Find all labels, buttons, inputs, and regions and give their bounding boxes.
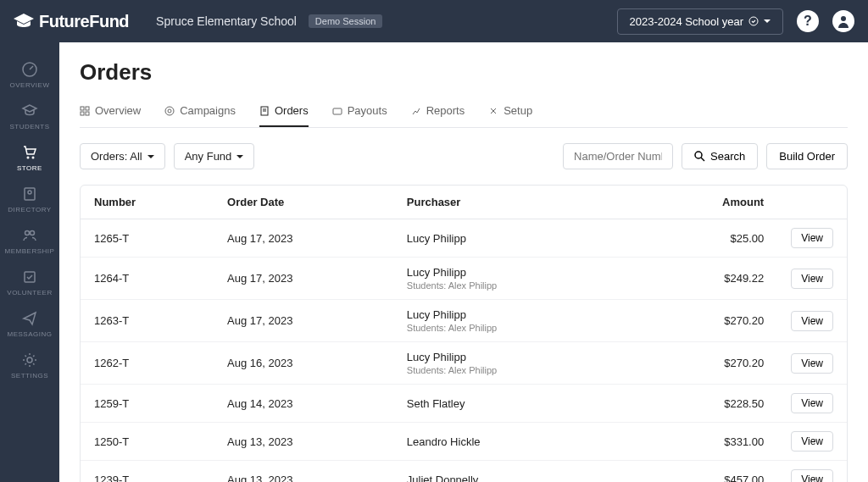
cell-amount: $270.20 bbox=[644, 300, 777, 342]
purchaser-name: Lucy Philipp bbox=[407, 351, 631, 363]
purchaser-name: Lucy Philipp bbox=[407, 266, 631, 279]
table-row: 1250-T Aug 13, 2023 Leandro Hickle $331.… bbox=[81, 423, 847, 461]
cell-purchaser: Juliet Donnelly bbox=[393, 461, 644, 483]
sidebar-item-membership[interactable]: MEMBERSHIP bbox=[0, 219, 59, 260]
sidebar-item-store[interactable]: STORE bbox=[0, 136, 59, 177]
sidebar-item-label: STORE bbox=[17, 164, 42, 172]
cell-number: 1263-T bbox=[81, 300, 214, 342]
cell-purchaser: Lucy PhilippStudents: Alex Philipp bbox=[393, 300, 644, 342]
svg-point-4 bbox=[32, 157, 35, 159]
brand-name: FutureFund bbox=[39, 12, 129, 31]
orders-filter-label: Orders: All bbox=[91, 150, 142, 163]
cap-icon bbox=[14, 14, 34, 29]
user-icon bbox=[837, 14, 850, 28]
purchaser-name: Lucy Philipp bbox=[407, 308, 631, 321]
avatar-button[interactable] bbox=[832, 10, 854, 32]
sidebar-item-overview[interactable]: OVERVIEW bbox=[0, 53, 59, 94]
tab-setup[interactable]: Setup bbox=[488, 97, 532, 127]
students-line: Students: Alex Philipp bbox=[407, 280, 631, 291]
svg-point-15 bbox=[165, 107, 174, 115]
search-input[interactable] bbox=[563, 143, 673, 169]
view-button[interactable]: View bbox=[791, 353, 833, 374]
fund-filter-dropdown[interactable]: Any Fund bbox=[174, 143, 255, 169]
purchaser-name: Lucy Philipp bbox=[407, 232, 631, 245]
search-button[interactable]: Search bbox=[682, 143, 758, 169]
topbar: FutureFund Spruce Elementary School Demo… bbox=[0, 0, 868, 42]
sidebar-item-label: SETTINGS bbox=[11, 372, 48, 380]
view-button[interactable]: View bbox=[791, 228, 833, 248]
school-name: Spruce Elementary School bbox=[156, 14, 297, 28]
target-icon bbox=[164, 106, 175, 116]
cell-amount: $249.22 bbox=[644, 258, 777, 300]
cell-number: 1265-T bbox=[81, 219, 214, 258]
cell-amount: $228.50 bbox=[644, 385, 777, 423]
svg-rect-13 bbox=[81, 112, 84, 115]
sidebar-item-volunteer[interactable]: VOLUNTEER bbox=[0, 260, 59, 302]
list-icon bbox=[259, 106, 270, 116]
table-row: 1264-T Aug 17, 2023 Lucy PhilippStudents… bbox=[81, 258, 847, 300]
tab-label: Payouts bbox=[348, 104, 387, 117]
svg-point-10 bbox=[27, 357, 32, 363]
orders-table: Number Order Date Purchaser Amount 1265-… bbox=[81, 186, 847, 482]
cell-number: 1239-T bbox=[81, 461, 214, 483]
svg-point-3 bbox=[27, 157, 30, 159]
view-button[interactable]: View bbox=[791, 393, 833, 413]
view-button[interactable]: View bbox=[791, 469, 833, 482]
tab-orders[interactable]: Orders bbox=[259, 97, 309, 127]
tab-payouts[interactable]: Payouts bbox=[332, 97, 387, 127]
tab-label: Overview bbox=[95, 104, 141, 117]
demo-badge: Demo Session bbox=[309, 14, 383, 28]
svg-point-8 bbox=[31, 231, 35, 235]
svg-rect-11 bbox=[81, 107, 84, 110]
cell-date: Aug 16, 2023 bbox=[214, 342, 393, 385]
chart-icon bbox=[411, 106, 421, 116]
tab-reports[interactable]: Reports bbox=[411, 97, 465, 127]
build-order-label: Build Order bbox=[779, 150, 835, 163]
cell-number: 1262-T bbox=[81, 342, 214, 385]
paper-plane-icon bbox=[21, 310, 38, 327]
tools-icon bbox=[488, 106, 498, 116]
tab-label: Campaigns bbox=[180, 104, 236, 117]
orders-table-wrap: Number Order Date Purchaser Amount 1265-… bbox=[80, 185, 848, 482]
tab-campaigns[interactable]: Campaigns bbox=[164, 97, 236, 127]
view-button[interactable]: View bbox=[791, 431, 833, 452]
brand-logo[interactable]: FutureFund bbox=[14, 12, 129, 31]
cell-date: Aug 14, 2023 bbox=[214, 385, 393, 423]
table-row: 1265-T Aug 17, 2023 Lucy Philipp $25.00 … bbox=[81, 219, 847, 258]
table-row: 1239-T Aug 13, 2023 Juliet Donnelly $457… bbox=[81, 461, 847, 483]
cell-number: 1259-T bbox=[81, 385, 214, 423]
cell-purchaser: Lucy PhilippStudents: Alex Philipp bbox=[393, 342, 644, 385]
chevron-down-icon bbox=[147, 155, 154, 158]
check-box-icon bbox=[21, 269, 38, 285]
cell-amount: $25.00 bbox=[644, 219, 777, 258]
help-button[interactable]: ? bbox=[797, 10, 819, 32]
view-button[interactable]: View bbox=[791, 269, 833, 289]
cell-date: Aug 17, 2023 bbox=[214, 300, 393, 342]
grad-cap-icon bbox=[21, 102, 38, 119]
sidebar-item-directory[interactable]: DIRECTORY bbox=[0, 177, 59, 219]
directory-icon bbox=[21, 186, 38, 202]
year-dropdown[interactable]: 2023-2024 School year bbox=[617, 8, 783, 35]
sidebar-item-messaging[interactable]: MESSAGING bbox=[0, 302, 59, 343]
build-order-button[interactable]: Build Order bbox=[766, 143, 848, 169]
tab-overview[interactable]: Overview bbox=[80, 97, 141, 127]
sidebar-item-settings[interactable]: SETTINGS bbox=[0, 343, 59, 385]
gear-icon bbox=[21, 352, 38, 368]
cell-purchaser: Leandro Hickle bbox=[393, 423, 644, 461]
cart-icon bbox=[21, 144, 38, 161]
table-row: 1263-T Aug 17, 2023 Lucy PhilippStudents… bbox=[81, 300, 847, 342]
sidebar-item-label: MESSAGING bbox=[8, 330, 53, 338]
orders-filter-dropdown[interactable]: Orders: All bbox=[80, 143, 165, 169]
svg-point-6 bbox=[28, 191, 31, 194]
view-button[interactable]: View bbox=[791, 311, 833, 331]
grid-icon bbox=[80, 106, 90, 116]
sidebar-item-students[interactable]: STUDENTS bbox=[0, 94, 59, 136]
cell-amount: $457.00 bbox=[644, 461, 777, 483]
cell-number: 1264-T bbox=[81, 258, 214, 300]
sidebar-item-label: STUDENTS bbox=[9, 123, 49, 130]
people-icon bbox=[21, 227, 38, 244]
students-line: Students: Alex Philipp bbox=[407, 365, 631, 375]
cell-purchaser: Lucy PhilippStudents: Alex Philipp bbox=[393, 258, 644, 300]
toolbar: Orders: All Any Fund Search Build Order bbox=[80, 143, 848, 169]
purchaser-name: Juliet Donnelly bbox=[407, 474, 631, 483]
